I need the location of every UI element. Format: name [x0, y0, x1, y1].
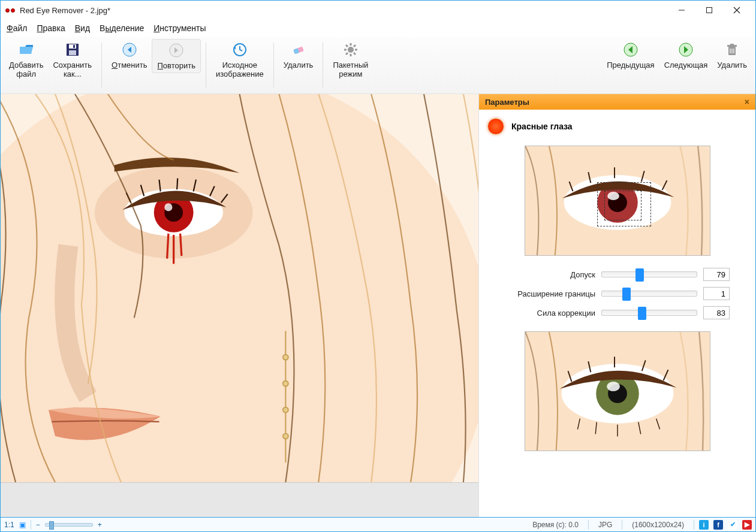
parameters-panel: Параметры × Красные глаза: [478, 94, 755, 517]
original-label: Исходное изображение: [216, 61, 264, 78]
svg-point-51: [283, 434, 288, 439]
panel-close-icon[interactable]: ×: [745, 97, 749, 107]
delete-button[interactable]: Удалить: [279, 39, 318, 72]
sliders-group: Допуск Расширение границы Сила коррекции: [487, 264, 747, 323]
twitter-icon[interactable]: ✔: [728, 520, 737, 530]
titlebar: Red Eye Remover - 2.jpg*: [1, 1, 755, 20]
maximize-button[interactable]: [695, 1, 723, 19]
arrow-left-icon: [121, 41, 138, 58]
panel-title: Параметры: [485, 98, 529, 107]
history-icon: [231, 41, 248, 58]
selection-rect-inner[interactable]: [604, 191, 641, 220]
app-icon: [5, 8, 16, 13]
svg-rect-6: [69, 50, 76, 55]
batch-button[interactable]: Пакетный режим: [328, 39, 373, 81]
prev-button[interactable]: Предыдущая: [602, 39, 659, 72]
remove-label: Удалить: [717, 61, 747, 69]
redo-button[interactable]: Повторить: [152, 39, 200, 73]
svg-point-48: [283, 355, 288, 360]
info-icon[interactable]: i: [699, 520, 709, 530]
svg-rect-1: [707, 8, 712, 13]
svg-rect-5: [69, 44, 76, 49]
undo-label: Отменить: [112, 61, 147, 69]
expand-label: Расширение границы: [487, 289, 595, 298]
add-file-button[interactable]: Добавить файл: [4, 39, 48, 81]
toolbar: Добавить файл Сохранить как... Отменить …: [1, 37, 755, 94]
folder-open-icon: [18, 41, 35, 58]
menu-file[interactable]: Файл: [7, 23, 27, 33]
statusbar: 1:1 ▣ − + Время (с): 0.0 JPG (1600x1200x…: [1, 517, 755, 531]
remove-button[interactable]: Удалить: [712, 39, 752, 72]
window-title: Red Eye Remover - 2.jpg*: [20, 6, 110, 15]
floppy-icon: [64, 41, 81, 58]
canvas-area: [1, 94, 478, 517]
svg-point-49: [283, 381, 288, 386]
facebook-icon[interactable]: f: [713, 520, 723, 530]
undo-button[interactable]: Отменить: [107, 39, 152, 72]
tolerance-label: Допуск: [487, 270, 595, 279]
save-as-label: Сохранить как...: [53, 61, 92, 78]
svg-point-36: [164, 203, 172, 211]
tolerance-value[interactable]: [703, 268, 730, 281]
next-icon: [677, 41, 694, 58]
minimize-button[interactable]: [668, 1, 695, 19]
redo-label: Повторить: [157, 61, 195, 70]
zoom-slider[interactable]: [45, 523, 93, 527]
thumbnail-strip[interactable]: [1, 482, 478, 517]
arrow-right-icon: [168, 42, 185, 59]
svg-line-46: [180, 234, 182, 256]
svg-rect-26: [730, 44, 734, 45]
format-label: JPG: [594, 521, 617, 529]
add-file-label: Добавить файл: [9, 61, 43, 78]
svg-line-20: [354, 45, 356, 47]
svg-line-21: [346, 53, 348, 55]
fit-icon[interactable]: ▣: [19, 521, 26, 529]
youtube-icon[interactable]: ▶: [742, 520, 752, 530]
zoom-out-icon[interactable]: −: [36, 521, 40, 529]
red-eyes-label: Красные глаза: [511, 122, 573, 131]
trash-icon: [724, 41, 740, 58]
menubar: Файл Правка Вид Выделение Инструменты: [1, 20, 755, 37]
time-label: Время (с): 0.0: [528, 521, 583, 529]
svg-rect-7: [73, 45, 75, 48]
svg-point-66: [607, 382, 620, 391]
svg-line-18: [346, 45, 348, 47]
strength-label: Сила коррекции: [487, 309, 595, 318]
expand-value[interactable]: [703, 287, 730, 300]
original-button[interactable]: Исходное изображение: [211, 39, 269, 81]
svg-line-44: [167, 234, 168, 259]
zoom-in-icon[interactable]: +: [98, 521, 102, 529]
panel-header: Параметры ×: [479, 94, 755, 110]
svg-point-50: [283, 407, 288, 413]
gear-icon: [342, 41, 359, 58]
main-image[interactable]: [1, 94, 478, 482]
svg-point-13: [348, 47, 354, 53]
delete-label: Удалить: [284, 61, 314, 69]
strength-slider[interactable]: [601, 310, 697, 316]
strength-value[interactable]: [703, 306, 730, 319]
close-button[interactable]: [723, 1, 751, 19]
red-eye-icon: [487, 118, 504, 135]
preview-before[interactable]: [525, 146, 710, 256]
expand-slider[interactable]: [601, 291, 697, 297]
zoom-ratio[interactable]: 1:1: [4, 521, 14, 529]
menu-view[interactable]: Вид: [75, 23, 90, 33]
next-label: Следующая: [664, 61, 708, 69]
menu-select[interactable]: Выделение: [100, 23, 144, 33]
prev-label: Предыдущая: [607, 61, 655, 69]
dims-label: (1600x1200x24): [627, 521, 689, 529]
tolerance-slider[interactable]: [601, 271, 697, 277]
prev-icon: [622, 41, 639, 58]
menu-tools[interactable]: Инструменты: [153, 23, 206, 33]
eraser-icon: [290, 41, 307, 58]
svg-line-19: [354, 53, 356, 55]
menu-edit[interactable]: Правка: [37, 23, 65, 33]
svg-line-40: [177, 179, 177, 190]
next-button[interactable]: Следующая: [659, 39, 713, 72]
preview-after: [525, 331, 710, 451]
batch-label: Пакетный режим: [333, 61, 368, 78]
save-as-button[interactable]: Сохранить как...: [48, 39, 97, 81]
svg-rect-25: [727, 45, 737, 47]
